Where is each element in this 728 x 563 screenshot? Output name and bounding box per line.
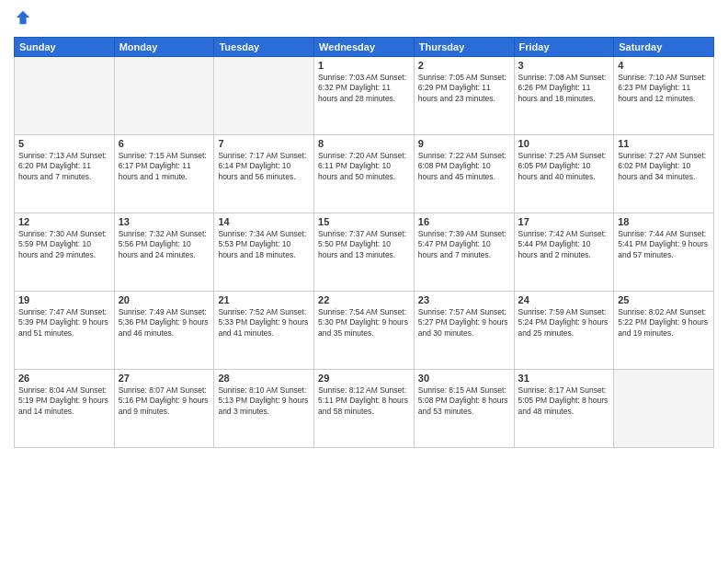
- day-info: Sunrise: 7:59 AM Sunset: 5:24 PM Dayligh…: [518, 307, 610, 339]
- day-number: 31: [518, 373, 610, 384]
- day-number: 16: [418, 216, 510, 227]
- day-number: 17: [518, 216, 610, 227]
- day-cell: 16Sunrise: 7:39 AM Sunset: 5:47 PM Dayli…: [414, 213, 514, 292]
- page: SundayMondayTuesdayWednesdayThursdayFrid…: [0, 0, 728, 563]
- day-cell: 14Sunrise: 7:34 AM Sunset: 5:53 PM Dayli…: [214, 213, 314, 292]
- weekday-header: Sunday: [15, 38, 115, 57]
- day-cell: 18Sunrise: 7:44 AM Sunset: 5:41 PM Dayli…: [614, 213, 714, 292]
- day-number: 25: [618, 294, 710, 305]
- weekday-header: Saturday: [614, 38, 714, 57]
- day-number: 27: [119, 373, 210, 384]
- day-cell: 19Sunrise: 7:47 AM Sunset: 5:39 PM Dayli…: [15, 292, 115, 370]
- day-cell: 13Sunrise: 7:32 AM Sunset: 5:56 PM Dayli…: [114, 213, 214, 292]
- day-number: 2: [418, 60, 510, 71]
- day-number: 11: [618, 138, 710, 149]
- day-cell: 2Sunrise: 7:05 AM Sunset: 6:29 PM Daylig…: [414, 57, 514, 135]
- day-info: Sunrise: 7:32 AM Sunset: 5:56 PM Dayligh…: [119, 229, 210, 260]
- day-number: 10: [518, 138, 610, 149]
- day-number: 21: [218, 294, 310, 305]
- day-cell: 27Sunrise: 8:07 AM Sunset: 5:16 PM Dayli…: [114, 370, 214, 448]
- day-cell: 21Sunrise: 7:52 AM Sunset: 5:33 PM Dayli…: [214, 292, 314, 370]
- week-row: 1Sunrise: 7:03 AM Sunset: 6:32 PM Daylig…: [15, 57, 714, 135]
- week-row: 19Sunrise: 7:47 AM Sunset: 5:39 PM Dayli…: [15, 292, 714, 370]
- day-info: Sunrise: 7:03 AM Sunset: 6:32 PM Dayligh…: [318, 73, 410, 104]
- day-info: Sunrise: 7:30 AM Sunset: 5:59 PM Dayligh…: [18, 229, 110, 260]
- day-info: Sunrise: 7:57 AM Sunset: 5:27 PM Dayligh…: [418, 307, 510, 339]
- day-info: Sunrise: 7:34 AM Sunset: 5:53 PM Dayligh…: [218, 229, 310, 260]
- header: [14, 9, 714, 29]
- day-info: Sunrise: 7:22 AM Sunset: 6:08 PM Dayligh…: [418, 151, 510, 182]
- day-cell: [614, 370, 714, 448]
- calendar-header: SundayMondayTuesdayWednesdayThursdayFrid…: [15, 38, 714, 57]
- weekday-header: Thursday: [414, 38, 514, 57]
- day-number: 19: [18, 294, 110, 305]
- day-number: 23: [418, 294, 510, 305]
- day-info: Sunrise: 7:08 AM Sunset: 6:26 PM Dayligh…: [518, 73, 610, 104]
- day-cell: 1Sunrise: 7:03 AM Sunset: 6:32 PM Daylig…: [314, 57, 415, 135]
- day-info: Sunrise: 7:20 AM Sunset: 6:11 PM Dayligh…: [318, 151, 410, 182]
- day-info: Sunrise: 7:13 AM Sunset: 6:20 PM Dayligh…: [18, 151, 110, 182]
- day-info: Sunrise: 8:10 AM Sunset: 5:13 PM Dayligh…: [218, 385, 310, 417]
- day-info: Sunrise: 7:05 AM Sunset: 6:29 PM Dayligh…: [418, 73, 510, 104]
- day-cell: 25Sunrise: 8:02 AM Sunset: 5:22 PM Dayli…: [614, 292, 714, 370]
- day-cell: [15, 57, 115, 135]
- day-info: Sunrise: 7:27 AM Sunset: 6:02 PM Dayligh…: [618, 151, 710, 182]
- day-cell: [214, 57, 314, 135]
- day-cell: 12Sunrise: 7:30 AM Sunset: 5:59 PM Dayli…: [15, 213, 115, 292]
- day-cell: 23Sunrise: 7:57 AM Sunset: 5:27 PM Dayli…: [414, 292, 514, 370]
- day-info: Sunrise: 8:04 AM Sunset: 5:19 PM Dayligh…: [18, 385, 110, 417]
- day-info: Sunrise: 7:52 AM Sunset: 5:33 PM Dayligh…: [218, 307, 310, 339]
- day-info: Sunrise: 7:39 AM Sunset: 5:47 PM Dayligh…: [418, 229, 510, 260]
- day-number: 4: [618, 60, 710, 71]
- day-info: Sunrise: 7:15 AM Sunset: 6:17 PM Dayligh…: [119, 151, 210, 182]
- svg-marker-0: [17, 11, 29, 24]
- weekday-header: Friday: [514, 38, 614, 57]
- day-number: 3: [518, 60, 610, 71]
- weekday-row: SundayMondayTuesdayWednesdayThursdayFrid…: [15, 38, 714, 57]
- day-info: Sunrise: 7:25 AM Sunset: 6:05 PM Dayligh…: [518, 151, 610, 182]
- day-number: 14: [218, 216, 310, 227]
- day-info: Sunrise: 7:42 AM Sunset: 5:44 PM Dayligh…: [518, 229, 610, 260]
- day-info: Sunrise: 7:49 AM Sunset: 5:36 PM Dayligh…: [119, 307, 210, 339]
- day-info: Sunrise: 7:37 AM Sunset: 5:50 PM Dayligh…: [318, 229, 410, 260]
- day-cell: 10Sunrise: 7:25 AM Sunset: 6:05 PM Dayli…: [514, 135, 614, 213]
- logo: [14, 9, 31, 29]
- day-cell: 15Sunrise: 7:37 AM Sunset: 5:50 PM Dayli…: [314, 213, 415, 292]
- day-number: 29: [318, 373, 410, 384]
- day-number: 1: [318, 60, 410, 71]
- day-info: Sunrise: 8:07 AM Sunset: 5:16 PM Dayligh…: [119, 385, 210, 417]
- day-cell: 5Sunrise: 7:13 AM Sunset: 6:20 PM Daylig…: [15, 135, 115, 213]
- calendar-table: SundayMondayTuesdayWednesdayThursdayFrid…: [14, 37, 714, 448]
- week-row: 12Sunrise: 7:30 AM Sunset: 5:59 PM Dayli…: [15, 213, 714, 292]
- day-info: Sunrise: 7:47 AM Sunset: 5:39 PM Dayligh…: [18, 307, 110, 339]
- week-row: 5Sunrise: 7:13 AM Sunset: 6:20 PM Daylig…: [15, 135, 714, 213]
- day-cell: 28Sunrise: 8:10 AM Sunset: 5:13 PM Dayli…: [214, 370, 314, 448]
- day-cell: 11Sunrise: 7:27 AM Sunset: 6:02 PM Dayli…: [614, 135, 714, 213]
- day-info: Sunrise: 8:02 AM Sunset: 5:22 PM Dayligh…: [618, 307, 710, 339]
- day-cell: 30Sunrise: 8:15 AM Sunset: 5:08 PM Dayli…: [414, 370, 514, 448]
- day-cell: 4Sunrise: 7:10 AM Sunset: 6:23 PM Daylig…: [614, 57, 714, 135]
- day-number: 13: [119, 216, 210, 227]
- day-cell: [114, 57, 214, 135]
- day-number: 20: [119, 294, 210, 305]
- day-number: 30: [418, 373, 510, 384]
- day-info: Sunrise: 7:17 AM Sunset: 6:14 PM Dayligh…: [218, 151, 310, 182]
- day-cell: 17Sunrise: 7:42 AM Sunset: 5:44 PM Dayli…: [514, 213, 614, 292]
- day-cell: 6Sunrise: 7:15 AM Sunset: 6:17 PM Daylig…: [114, 135, 214, 213]
- day-cell: 7Sunrise: 7:17 AM Sunset: 6:14 PM Daylig…: [214, 135, 314, 213]
- day-number: 24: [518, 294, 610, 305]
- day-number: 9: [418, 138, 510, 149]
- weekday-header: Wednesday: [314, 38, 415, 57]
- day-info: Sunrise: 7:54 AM Sunset: 5:30 PM Dayligh…: [318, 307, 410, 339]
- day-cell: 24Sunrise: 7:59 AM Sunset: 5:24 PM Dayli…: [514, 292, 614, 370]
- day-info: Sunrise: 8:17 AM Sunset: 5:05 PM Dayligh…: [518, 385, 610, 417]
- calendar-body: 1Sunrise: 7:03 AM Sunset: 6:32 PM Daylig…: [15, 57, 714, 448]
- day-info: Sunrise: 8:15 AM Sunset: 5:08 PM Dayligh…: [418, 385, 510, 417]
- day-cell: 8Sunrise: 7:20 AM Sunset: 6:11 PM Daylig…: [314, 135, 415, 213]
- day-info: Sunrise: 7:44 AM Sunset: 5:41 PM Dayligh…: [618, 229, 710, 260]
- day-number: 22: [318, 294, 410, 305]
- day-info: Sunrise: 7:10 AM Sunset: 6:23 PM Dayligh…: [618, 73, 710, 104]
- day-number: 15: [318, 216, 410, 227]
- day-number: 5: [18, 138, 110, 149]
- day-cell: 22Sunrise: 7:54 AM Sunset: 5:30 PM Dayli…: [314, 292, 415, 370]
